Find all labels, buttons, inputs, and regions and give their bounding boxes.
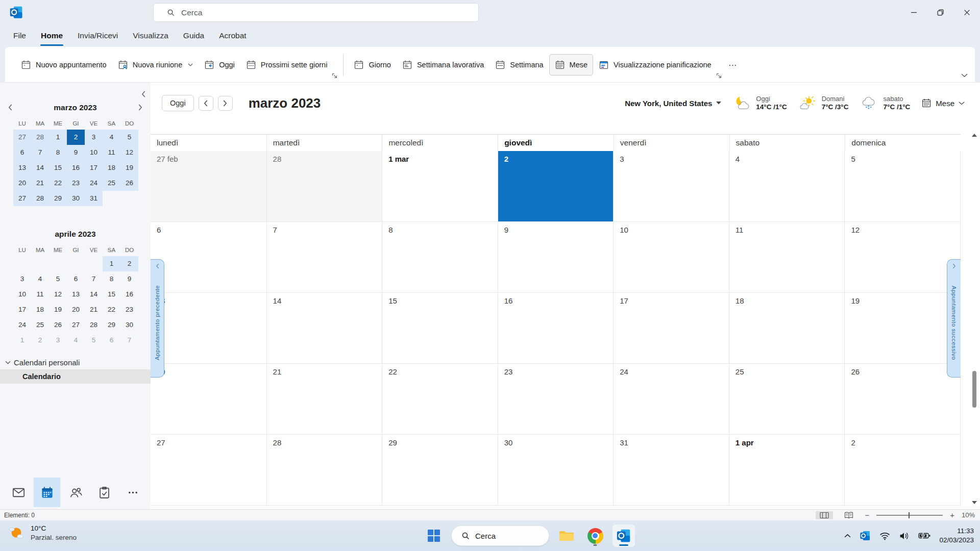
taskbar-clock[interactable]: 11:33 02/03/2023 (939, 527, 974, 545)
sidebar-collapse-chevron-left-icon[interactable] (141, 91, 145, 97)
zoom-out-button[interactable]: − (865, 511, 869, 519)
mini-day-cell[interactable]: 30 (120, 317, 138, 333)
close-button[interactable] (953, 0, 980, 24)
mini-day-cell[interactable]: 17 (85, 160, 103, 176)
taskbar-weather-widget[interactable]: 10°C Parzial. sereno (6, 524, 77, 542)
scrollbar-thumb[interactable] (972, 371, 976, 408)
next-month-button[interactable] (218, 96, 233, 111)
mini-day-cell[interactable]: 7 (85, 271, 103, 287)
outlook-tray-icon[interactable] (860, 530, 871, 541)
mini-day-cell[interactable]: 16 (67, 160, 85, 176)
day-cell-9[interactable]: 9 (498, 222, 614, 293)
day-cell-19[interactable]: 19 (844, 293, 960, 364)
module-mail-button[interactable] (5, 478, 32, 507)
mini-calendar-previous-icon[interactable] (8, 104, 12, 111)
mini-day-cell[interactable]: 7 (120, 333, 138, 348)
day-cell-28[interactable]: 28 (266, 151, 382, 222)
search-input[interactable] (181, 8, 447, 17)
mini-day-cell[interactable]: 23 (67, 176, 85, 191)
mini-day-cell[interactable]: 5 (85, 333, 103, 348)
day-cell-14[interactable]: 14 (266, 293, 382, 364)
mini-day-cell[interactable]: 8 (103, 271, 120, 287)
mini-day-cell[interactable]: 6 (67, 271, 85, 287)
start-button[interactable] (423, 524, 445, 547)
menu-tab-visualizza[interactable]: Visualizza (132, 29, 169, 42)
day-cell-25[interactable]: 25 (729, 364, 845, 435)
weather-chip-sabato[interactable]: sabato7°C /1°C (860, 95, 910, 111)
mini-day-cell[interactable]: 9 (120, 271, 138, 287)
mini-day-cell[interactable]: 24 (85, 176, 103, 191)
mini-day-cell[interactable]: 17 (13, 302, 31, 317)
mini-day-cell[interactable]: 21 (31, 176, 49, 191)
day-cell-18[interactable]: 18 (729, 293, 845, 364)
mini-day-cell[interactable]: 27 (67, 317, 85, 333)
mini-day-cell[interactable]: 6 (103, 333, 120, 348)
day-cell-2[interactable]: 2 (844, 435, 960, 506)
mini-day-cell[interactable]: 13 (67, 287, 85, 302)
menu-tab-guida[interactable]: Guida (183, 29, 205, 42)
mini-day-cell[interactable]: 11 (31, 287, 49, 302)
wifi-icon[interactable] (879, 532, 890, 540)
mini-day-cell[interactable]: 11 (103, 145, 120, 160)
day-cell-6[interactable]: 6 (151, 222, 266, 293)
ribbon-oggi-button[interactable]: Oggi (199, 54, 240, 76)
mini-day-cell[interactable]: 12 (49, 287, 67, 302)
mini-day-cell[interactable]: 1 (13, 333, 31, 348)
mini-day-cell[interactable]: 28 (85, 317, 103, 333)
mini-day-cell[interactable]: 4 (31, 271, 49, 287)
ribbon-collapse-chevron-down-icon[interactable] (961, 73, 968, 78)
mini-day-cell[interactable]: 13 (13, 160, 31, 176)
scroll-down-icon[interactable] (971, 501, 978, 504)
day-cell-16[interactable]: 16 (498, 293, 614, 364)
day-cell-10[interactable]: 10 (613, 222, 729, 293)
mini-day-cell[interactable]: 29 (103, 317, 120, 333)
dialog-launcher-icon[interactable] (332, 73, 337, 79)
mini-day-cell[interactable]: 16 (120, 287, 138, 302)
zoom-slider[interactable] (876, 512, 943, 519)
mini-day-cell[interactable]: 10 (13, 287, 31, 302)
mini-day-cell[interactable]: 10 (85, 145, 103, 160)
day-cell-26[interactable]: 26 (844, 364, 960, 435)
mini-day-cell[interactable]: 2 (67, 130, 85, 145)
mini-day-cell[interactable]: 23 (120, 302, 138, 317)
mini-day-cell[interactable]: 19 (120, 160, 138, 176)
menu-tab-file[interactable]: File (13, 29, 27, 42)
menu-tab-acrobat[interactable]: Acrobat (218, 29, 247, 42)
mini-day-cell[interactable]: 1 (49, 130, 67, 145)
mini-day-cell[interactable]: 15 (103, 287, 120, 302)
previous-month-button[interactable] (199, 96, 213, 111)
mini-day-cell[interactable]: 12 (120, 145, 138, 160)
mini-day-cell[interactable]: 14 (85, 287, 103, 302)
mini-day-cell[interactable]: 25 (103, 176, 120, 191)
app-search-box[interactable] (153, 3, 479, 22)
day-cell-7[interactable]: 7 (266, 222, 382, 293)
day-cell-24[interactable]: 24 (613, 364, 729, 435)
mini-day-cell[interactable]: 4 (67, 333, 85, 348)
menu-tab-invia-ricevi[interactable]: Invia/Ricevi (77, 29, 118, 42)
day-cell-4[interactable]: 4 (729, 151, 845, 222)
day-cell-27-feb[interactable]: 27 feb (151, 151, 266, 222)
day-cell-22[interactable]: 22 (382, 364, 498, 435)
file-explorer-icon[interactable] (555, 524, 578, 547)
mini-day-cell[interactable]: 14 (31, 160, 49, 176)
day-cell-1-mar[interactable]: 1 mar (382, 151, 498, 222)
mini-day-cell[interactable]: 3 (13, 271, 31, 287)
reading-view-button[interactable] (840, 511, 857, 519)
previous-appointment-tab[interactable]: Appuntamento precedente (151, 259, 164, 378)
day-cell-21[interactable]: 21 (266, 364, 382, 435)
mini-calendar-next-icon[interactable] (138, 104, 142, 111)
day-cell-15[interactable]: 15 (382, 293, 498, 364)
mini-day-cell[interactable]: 20 (13, 176, 31, 191)
day-cell-3[interactable]: 3 (613, 151, 729, 222)
day-cell-29[interactable]: 29 (382, 435, 498, 506)
mini-day-cell[interactable]: 2 (31, 333, 49, 348)
mini-day-cell[interactable]: 30 (67, 191, 85, 206)
ribbon-prossimi-sette-giorni-button[interactable]: Prossimi sette giorni (240, 54, 333, 76)
mini-day-cell[interactable]: 26 (49, 317, 67, 333)
mini-day-cell[interactable]: 28 (31, 130, 49, 145)
ribbon-visualizzazione-pianificazione-button[interactable]: Visualizzazione pianificazione (593, 54, 717, 76)
mini-day-cell[interactable]: 7 (31, 145, 49, 160)
weather-location-dropdown[interactable]: New York, United States (625, 99, 721, 108)
module-tasks-button[interactable] (91, 478, 117, 507)
module-more-button[interactable] (119, 478, 146, 507)
